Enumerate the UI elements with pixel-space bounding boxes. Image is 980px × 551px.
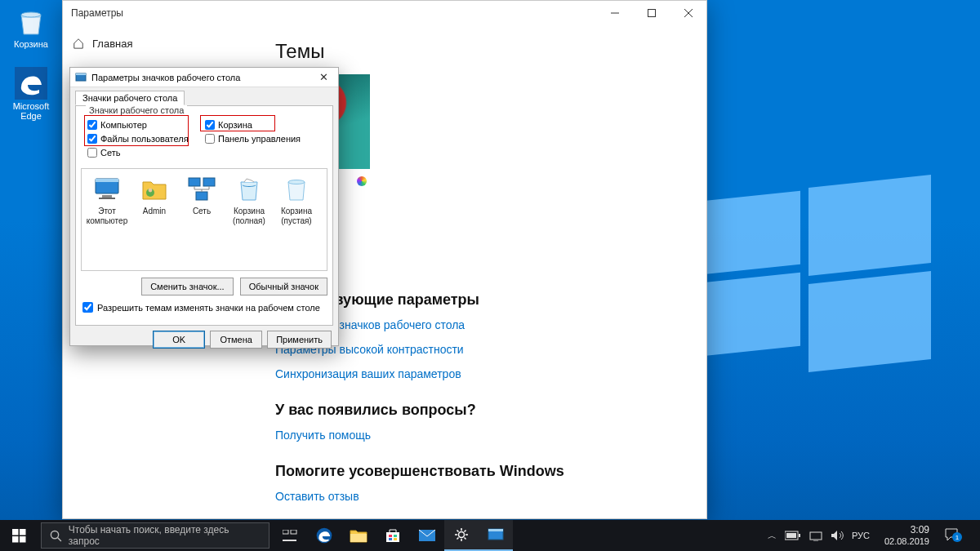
start-button[interactable] [0, 520, 38, 551]
search-placeholder: Чтобы начать поиск, введите здесь запрос [69, 524, 261, 547]
svg-rect-32 [488, 529, 503, 531]
taskbar: Чтобы начать поиск, введите здесь запрос… [0, 520, 980, 551]
page-title: Темы [275, 40, 687, 63]
check-network[interactable]: Сеть [87, 145, 205, 159]
icon-this-pc[interactable]: Этот компьютер [83, 174, 131, 265]
svg-rect-22 [283, 540, 296, 541]
task-view-button[interactable] [273, 520, 307, 551]
desktop-icon-label: Microsoft Edge [5, 101, 57, 121]
tray-chevron-up-icon[interactable]: ︿ [768, 530, 777, 542]
minimize-button[interactable] [596, 1, 633, 25]
feedback-heading: Помогите усовершенствовать Windows [275, 463, 687, 480]
svg-rect-34 [786, 533, 796, 538]
home-icon [73, 38, 84, 49]
link-sync-settings[interactable]: Синхронизация ваших параметров [275, 367, 687, 380]
desktop-icon-label: Корзина [5, 39, 57, 49]
taskbar-mail[interactable] [410, 520, 444, 551]
settings-titlebar[interactable]: Параметры [63, 1, 706, 25]
svg-rect-16 [20, 529, 26, 535]
svg-rect-24 [350, 534, 367, 542]
questions-heading: У вас появились вопросы? [275, 402, 687, 419]
svg-rect-25 [389, 535, 392, 537]
close-button[interactable] [670, 1, 706, 25]
svg-rect-8 [99, 198, 115, 199]
icon-admin[interactable]: Admin [131, 174, 178, 265]
network-icon[interactable] [809, 530, 822, 541]
svg-rect-18 [20, 536, 26, 543]
svg-rect-35 [799, 534, 800, 537]
default-icon-button[interactable]: Обычный значок [240, 278, 327, 295]
dialog-close-button[interactable]: ✕ [312, 71, 335, 83]
check-userfiles[interactable]: Файлы пользователя [87, 131, 205, 145]
clock-time: 3:09 [884, 524, 929, 535]
svg-rect-6 [96, 179, 118, 182]
svg-rect-28 [394, 538, 397, 540]
search-icon [50, 530, 62, 542]
check-computer[interactable]: Компьютер [87, 118, 205, 131]
svg-point-19 [51, 531, 58, 538]
icon-recycle-full[interactable]: Корзина (полная) [225, 174, 273, 265]
check-recycle[interactable]: Корзина [205, 118, 252, 131]
dialog-title: Параметры значков рабочего стола [91, 73, 240, 82]
input-language[interactable]: РУС [852, 531, 870, 540]
notification-badge: 1 [952, 532, 962, 542]
battery-icon[interactable] [785, 531, 801, 540]
dialog-tab[interactable]: Значки рабочего стола [75, 91, 185, 105]
taskbar-store[interactable] [376, 520, 410, 551]
taskbar-edge[interactable] [307, 520, 341, 551]
nav-home[interactable]: Главная [73, 30, 275, 56]
check-control-panel[interactable]: Панель управления [205, 131, 301, 145]
svg-point-30 [459, 532, 465, 538]
system-tray: ︿ РУС 3:09 02.08.2019 1 [768, 520, 980, 551]
dialog-titlebar[interactable]: Параметры значков рабочего стола ✕ [70, 68, 338, 87]
apply-button[interactable]: Применить [267, 331, 332, 349]
desktop-icon-edge[interactable]: Microsoft Edge [5, 67, 57, 121]
svg-rect-15 [12, 529, 19, 535]
maximize-button[interactable] [633, 1, 670, 25]
svg-rect-2 [648, 10, 655, 17]
svg-rect-13 [196, 192, 207, 200]
change-icon-button[interactable]: Сменить значок... [141, 278, 234, 295]
svg-rect-26 [394, 535, 397, 537]
taskbar-settings[interactable] [444, 520, 479, 551]
taskbar-search[interactable]: Чтобы начать поиск, введите здесь запрос [41, 522, 270, 549]
link-feedback[interactable]: Оставить отзыв [275, 490, 687, 503]
svg-rect-27 [389, 538, 392, 540]
taskbar-explorer[interactable] [341, 520, 376, 551]
action-center-button[interactable]: 1 [944, 527, 964, 544]
icon-network[interactable]: Сеть [178, 174, 225, 265]
svg-point-0 [21, 12, 41, 17]
svg-point-14 [288, 180, 305, 184]
icon-preview-list: Этот компьютер Admin Сеть Корзина (полна… [81, 168, 327, 271]
icon-recycle-empty[interactable]: Корзина (пустая) [273, 174, 320, 265]
svg-rect-7 [102, 195, 112, 198]
volume-icon[interactable] [831, 530, 844, 541]
settings-title: Параметры [63, 7, 123, 19]
taskbar-app[interactable] [479, 520, 513, 551]
ok-button[interactable]: OK [153, 331, 205, 349]
svg-rect-21 [291, 530, 296, 534]
svg-rect-36 [810, 532, 822, 540]
check-allow-themes[interactable]: Разрешить темам изменять значки на рабоч… [82, 302, 320, 313]
color-wheel-icon [357, 176, 367, 186]
cancel-button[interactable]: Отмена [210, 331, 262, 349]
svg-rect-11 [189, 178, 200, 186]
link-get-help[interactable]: Получить помощь [275, 429, 687, 442]
desktop-icons-dialog: Параметры значков рабочего стола ✕ Значк… [69, 67, 339, 346]
desktop-icon-recycle-bin[interactable]: Корзина [5, 5, 57, 49]
nav-home-label: Главная [92, 38, 132, 50]
wallpaper-windows-logo [702, 171, 931, 351]
taskbar-clock[interactable]: 3:09 02.08.2019 [878, 524, 936, 547]
clock-date: 02.08.2019 [884, 536, 929, 547]
svg-rect-12 [203, 178, 215, 186]
svg-point-10 [149, 189, 153, 193]
dialog-group-label: Значки рабочего стола [86, 105, 187, 115]
svg-rect-20 [283, 530, 288, 534]
svg-rect-4 [76, 73, 86, 75]
svg-rect-17 [12, 536, 19, 543]
dialog-icon [75, 72, 87, 83]
